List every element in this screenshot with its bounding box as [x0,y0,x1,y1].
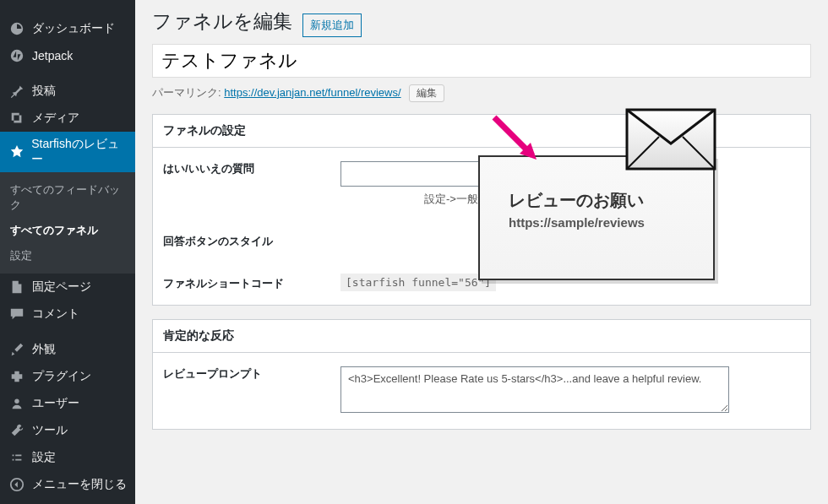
svg-point-0 [11,50,23,62]
sidebar-item-label: Jetpack [32,49,73,62]
collapse-icon [8,476,25,493]
sidebar-item-settings[interactable]: 設定 [0,444,135,471]
sidebar-item-posts[interactable]: 投稿 [0,78,135,105]
metabox-header: 肯定的な反応 [153,320,810,353]
permalink-label: パーマリンク: [152,86,221,99]
sidebar-item-collapse[interactable]: メニューを閉じる [0,471,135,498]
positive-response-box: 肯定的な反応 レビュープロンプト [152,319,811,430]
star-icon [8,144,25,160]
add-new-button[interactable]: 新規追加 [302,14,362,37]
settings-icon [8,449,25,466]
sidebar-item-label: 投稿 [32,84,56,99]
sidebar-item-media[interactable]: メディア [0,105,135,132]
sidebar-item-tools[interactable]: ツール [0,417,135,444]
media-icon [8,110,25,127]
sidebar-item-label: 外観 [32,342,56,357]
sidebar-item-label: コメント [32,306,79,322]
permalink-url[interactable]: https://dev.janjan.net/funnel/reviews/ [224,86,400,99]
sidebar-item-plugins[interactable]: プラグイン [0,363,135,390]
sidebar-item-comments[interactable]: コメント [0,301,135,328]
sidebar-item-label: 固定ページ [32,279,91,295]
sidebar-item-funnels[interactable]: すべてのファネル [0,218,135,243]
envelope-icon [625,108,716,171]
plugin-icon [8,368,25,385]
sidebar-item-users[interactable]: ユーザー [0,390,135,417]
users-icon [8,395,25,412]
post-title-input[interactable] [152,44,811,78]
sidebar-item-label: メディア [32,111,79,126]
wrench-icon [8,422,25,439]
button-style-label: 回答ボタンのスタイル [163,234,340,249]
page-icon [8,279,25,295]
review-prompt-textarea[interactable] [340,366,729,413]
pin-icon [8,83,25,100]
brush-icon [8,341,25,358]
sidebar-submenu: すべてのフィードバック すべてのファネル 設定 [0,172,135,274]
main-content: ファネルを編集 新規追加 パーマリンク: https://dev.janjan.… [135,0,828,504]
sidebar-item-pages[interactable]: 固定ページ [0,274,135,301]
sidebar-item-label: ツール [32,423,68,438]
sidebar-item-label: メニューを閉じる [32,477,127,492]
sidebar-item-settings-sub[interactable]: 設定 [0,243,135,268]
sidebar-item-label: Starfishのレビュー [31,137,127,167]
svg-point-1 [14,399,19,404]
permalink-row: パーマリンク: https://dev.janjan.net/funnel/re… [152,84,811,102]
annotation-card: レビューのお願い https://sample/reviews [478,155,715,280]
shortcode-value: [starfish funnel="56"] [340,274,496,291]
jetpack-icon [8,47,25,64]
permalink-edit-button[interactable]: 編集 [409,84,444,102]
sidebar-item-jetpack[interactable]: Jetpack [0,42,135,69]
dashboard-icon [8,20,25,37]
page-title: ファネルを編集 [152,10,292,32]
annotation-url: https://sample/reviews [480,215,713,230]
yesno-question-label: はい/いいえの質問 [163,161,340,176]
sidebar-item-label: ユーザー [32,396,79,411]
review-prompt-label: レビュープロンプト [163,366,340,382]
admin-sidebar: ダッシュボード Jetpack 投稿 メディア Starfishのレビュー すべ… [0,0,135,504]
shortcode-label: ファネルショートコード [163,276,340,291]
comment-icon [8,306,25,322]
sidebar-item-label: プラグイン [32,369,91,384]
sidebar-item-feedback[interactable]: すべてのフィードバック [0,177,135,218]
sidebar-item-label: 設定 [32,450,56,465]
sidebar-item-starfish[interactable]: Starfishのレビュー [0,132,135,172]
sidebar-item-appearance[interactable]: 外観 [0,336,135,363]
sidebar-item-label: ダッシュボード [32,21,115,36]
sidebar-item-dashboard[interactable]: ダッシュボード [0,15,135,42]
